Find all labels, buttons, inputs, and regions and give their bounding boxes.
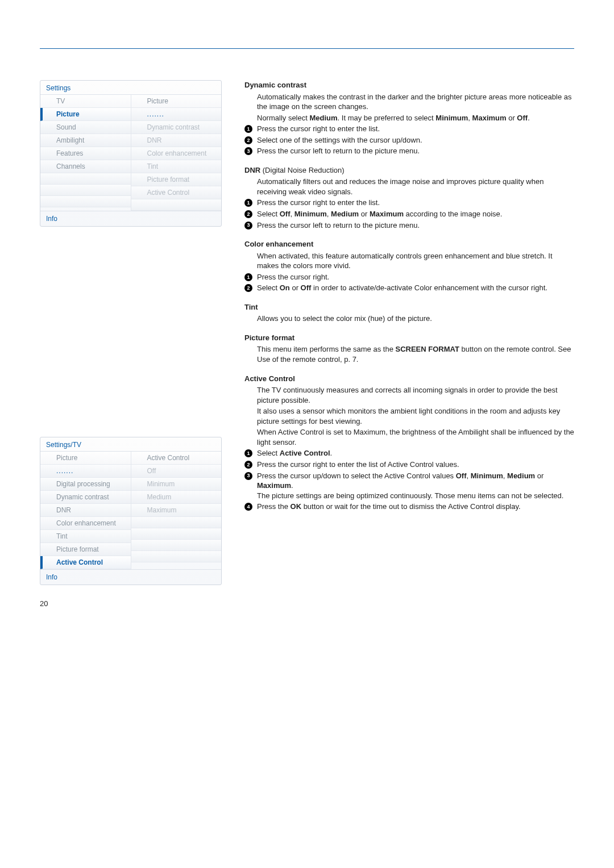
menu2-item-dyn[interactable]: Dynamic contrast	[40, 491, 131, 504]
menu1-sub-blank	[131, 199, 222, 211]
menu2-sub-b3	[131, 540, 222, 551]
spacer	[40, 255, 222, 437]
para-dnr-1: Automatically filters out and reduces th…	[244, 177, 574, 197]
menu2-right-header: Active Control	[131, 452, 222, 465]
section-color: Color enhancement When activated, this f…	[244, 239, 574, 293]
menu2-footer: Info	[40, 569, 221, 585]
menu2-left-header: Picture	[40, 452, 131, 465]
step-ac-3: 3Press the cursor up/down to select the …	[244, 471, 574, 501]
settings-menu-1: Settings TV Picture Sound Ambilight Feat…	[40, 80, 222, 227]
step-color-2: 2Select On or Off in order to activate/d…	[244, 283, 574, 293]
menu1-item-ambilight[interactable]: Ambilight	[40, 134, 131, 147]
menu1-left-header: TV	[40, 95, 131, 108]
menu2-item-dots	[40, 465, 131, 478]
menu2-sub-off[interactable]: Off	[131, 465, 222, 478]
step-ac-2: 2Press the cursor right to enter the lis…	[244, 460, 574, 470]
menu2-sub-med[interactable]: Medium	[131, 491, 222, 504]
menu1-sub-ac[interactable]: Active Control	[131, 186, 222, 199]
menu1-item-blank1	[40, 173, 131, 185]
para-dyn-2: Normally select Medium. It may be prefer…	[244, 113, 574, 123]
menu2-item-color[interactable]: Color enhancement	[40, 517, 131, 530]
menu2-sub-b4	[131, 551, 222, 562]
menu1-sub-pf[interactable]: Picture format	[131, 173, 222, 186]
top-divider	[40, 48, 574, 49]
step-color-1: 1Press the cursor right.	[244, 272, 574, 282]
menu2-title: Settings/TV	[40, 437, 221, 451]
section-dynamic-contrast: Dynamic contrast Automatically makes the…	[244, 80, 574, 156]
para-pf-1: This menu item performs the same as the …	[244, 344, 574, 364]
heading-pf: Picture format	[244, 333, 574, 343]
para-tint-1: Allows you to select the color mix (hue)…	[244, 314, 574, 324]
page-number: 20	[40, 599, 48, 608]
menu2-item-pf[interactable]: Picture format	[40, 543, 131, 556]
step-dnr-1: 1Press the cursor right to enter the lis…	[244, 198, 574, 208]
section-pf: Picture format This menu item performs t…	[244, 333, 574, 365]
menu1-title: Settings	[40, 81, 221, 94]
section-tint: Tint Allows you to select the color mix …	[244, 302, 574, 324]
para-ac-1: The TV continuously measures and correct…	[244, 385, 574, 405]
menu1-item-channels[interactable]: Channels	[40, 160, 131, 173]
heading-dyn: Dynamic contrast	[244, 80, 574, 90]
menu2-item-ac[interactable]: Active Control	[40, 556, 131, 569]
step-dyn-3: 3Press the cursor left to return to the …	[244, 146, 574, 156]
step-dnr-3: 3Press the cursor left to return to the …	[244, 220, 574, 231]
menu1-sub-dyn[interactable]: Dynamic contrast	[131, 121, 222, 134]
menu2-sub-b2	[131, 528, 222, 540]
section-ac: Active Control The TV continuously measu…	[244, 374, 574, 512]
menu1-sub-tint[interactable]: Tint	[131, 160, 222, 173]
menu2-item-dnr[interactable]: DNR	[40, 504, 131, 517]
para-dyn-1: Automatically makes the contrast in the …	[244, 92, 574, 112]
heading-dnr: DNR (Digital Noise Reduction)	[244, 165, 574, 176]
menu2-item-dp[interactable]: Digital processing	[40, 478, 131, 491]
menu2-sub-min[interactable]: Minimum	[131, 478, 222, 491]
menu2-sub-b1	[131, 517, 222, 528]
menu1-sub-dnr[interactable]: DNR	[131, 134, 222, 147]
menu1-sub-dots	[131, 108, 222, 121]
step-dnr-2: 2Select Off, Minimum, Medium or Maximum …	[244, 209, 574, 219]
menu1-item-picture[interactable]: Picture	[40, 108, 131, 121]
heading-tint: Tint	[244, 302, 574, 312]
heading-color: Color enhancement	[244, 239, 574, 249]
menu1-right-header: Picture	[131, 95, 222, 108]
para-ac-2: It also uses a sensor which monitors the…	[244, 406, 574, 426]
settings-menu-2: Settings/TV Picture Digital processing D…	[40, 437, 222, 585]
menu1-footer: Info	[40, 211, 221, 226]
menu1-item-sound[interactable]: Sound	[40, 121, 131, 134]
menu1-item-blank3	[40, 196, 131, 207]
menu2-sub-max[interactable]: Maximum	[131, 504, 222, 517]
step-ac-4: 4Press the OK button or wait for the tim…	[244, 502, 574, 512]
step-dyn-2: 2Select one of the settings with the cur…	[244, 135, 574, 145]
para-ac-3: When Active Control is set to Maximum, t…	[244, 427, 574, 447]
section-dnr: DNR (Digital Noise Reduction) Automatica…	[244, 165, 574, 230]
heading-ac: Active Control	[244, 374, 574, 384]
para-color-1: When activated, this feature automatical…	[244, 251, 574, 271]
menu1-item-blank2	[40, 185, 131, 196]
step-dyn-1: 1Press the cursor right to enter the lis…	[244, 124, 574, 134]
menu2-item-tint[interactable]: Tint	[40, 530, 131, 543]
menu1-sub-color[interactable]: Color enhancement	[131, 147, 222, 160]
step-ac-1: 1Select Active Control.	[244, 448, 574, 458]
menu1-item-features[interactable]: Features	[40, 147, 131, 160]
